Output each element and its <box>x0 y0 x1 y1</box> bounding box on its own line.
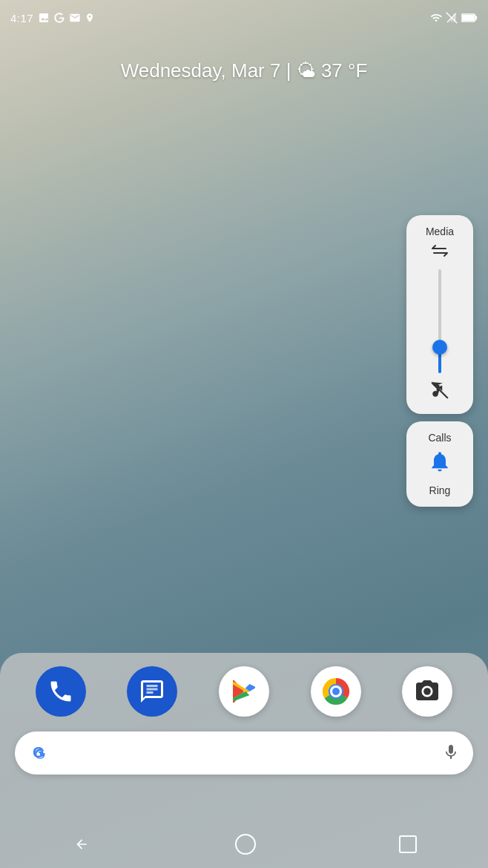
media-slider[interactable] <box>431 269 449 373</box>
photos-icon <box>38 12 50 24</box>
media-label: Media <box>426 226 454 237</box>
date-separator: | <box>286 59 297 82</box>
signal-off-icon <box>446 12 458 24</box>
dock-apps <box>15 666 473 717</box>
bell-icon[interactable] <box>428 450 452 479</box>
temperature-text: 37 °F <box>321 59 367 82</box>
play-store-app-icon[interactable] <box>219 666 269 717</box>
status-icons-right <box>430 12 478 24</box>
music-off-icon[interactable] <box>430 381 449 404</box>
google-g-logo: G <box>28 741 52 765</box>
svg-rect-0 <box>454 14 456 22</box>
status-bar: 4:17 <box>0 0 488 36</box>
svg-rect-3 <box>462 15 475 21</box>
weather-icon: 🌤 <box>297 59 316 82</box>
nav-bar <box>0 821 488 868</box>
ring-label: Ring <box>429 484 451 496</box>
phone-app-icon[interactable] <box>36 666 86 717</box>
calls-card[interactable]: Calls Ring <box>406 421 473 507</box>
chrome-app-icon[interactable] <box>311 666 361 717</box>
swap-icon[interactable] <box>431 243 449 262</box>
status-icons-left <box>38 12 95 24</box>
svg-point-9 <box>332 688 340 695</box>
volume-panels: Media Calls <box>406 215 473 507</box>
media-card[interactable]: Media <box>406 215 473 414</box>
svg-rect-1 <box>451 17 453 22</box>
slider-thumb[interactable] <box>432 340 447 355</box>
date-label: Wednesday, Mar 7 <box>121 59 281 82</box>
battery-icon <box>461 13 478 23</box>
status-bar-left: 4:17 <box>10 12 95 24</box>
nav-recents-button[interactable] <box>399 835 417 853</box>
calls-label: Calls <box>428 432 451 444</box>
messages-app-icon[interactable] <box>127 666 177 717</box>
date-text: Wednesday, Mar 7 | 🌤 37 °F <box>0 59 488 82</box>
maps-icon <box>85 12 95 24</box>
search-bar[interactable]: G <box>15 731 473 775</box>
mic-icon[interactable] <box>442 743 460 763</box>
date-widget: Wednesday, Mar 7 | 🌤 37 °F <box>0 59 488 82</box>
nav-back-button[interactable] <box>71 834 92 855</box>
nav-home-button[interactable] <box>235 834 256 855</box>
camera-app-icon[interactable] <box>402 666 452 717</box>
gmail-icon <box>69 12 81 24</box>
wifi-icon <box>430 12 442 24</box>
svg-rect-4 <box>475 16 478 19</box>
status-time: 4:17 <box>10 12 33 24</box>
google-icon <box>53 12 65 24</box>
